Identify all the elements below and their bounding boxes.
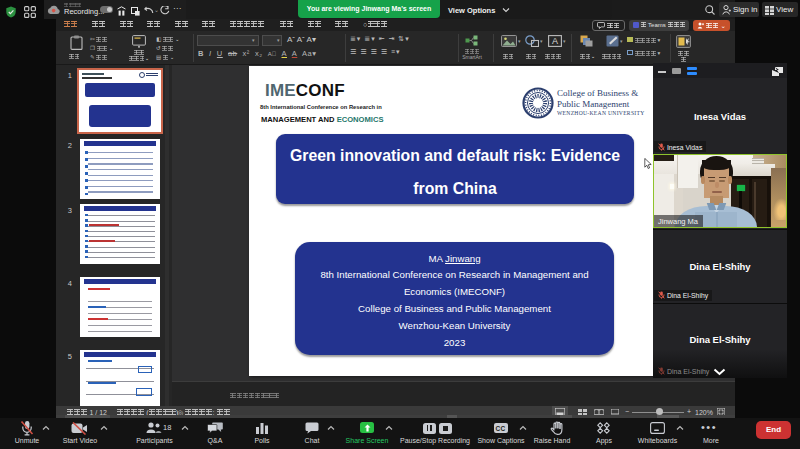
svg-text:A: A [552, 36, 558, 46]
